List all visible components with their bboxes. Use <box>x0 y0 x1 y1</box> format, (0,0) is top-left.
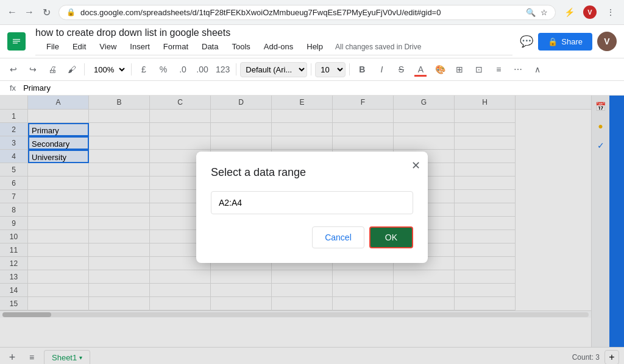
cell-H4[interactable] <box>455 150 516 163</box>
row-number[interactable]: 10 <box>0 230 28 243</box>
comments-button[interactable]: 💬 <box>520 35 533 48</box>
cell-H15[interactable] <box>455 297 516 310</box>
col-header-c[interactable]: C <box>150 96 211 109</box>
cell-B14[interactable] <box>89 284 150 297</box>
cell-F1[interactable] <box>333 110 394 123</box>
font-select[interactable]: Default (Ari... <box>240 62 307 77</box>
cell-A13[interactable] <box>28 270 89 284</box>
cell-H13[interactable] <box>455 270 516 284</box>
row-number[interactable]: 2 <box>0 123 28 136</box>
cell-F2[interactable] <box>333 123 394 136</box>
cell-B8[interactable] <box>89 203 150 217</box>
decimal-increase-button[interactable]: .00 <box>194 61 211 78</box>
currency-button[interactable]: £ <box>135 61 152 78</box>
menu-file[interactable]: File <box>40 40 65 54</box>
row-number[interactable]: 4 <box>0 150 28 163</box>
more-formats-button[interactable]: 123 <box>213 61 232 78</box>
cell-A5[interactable] <box>28 163 89 177</box>
cell-B12[interactable] <box>89 257 150 270</box>
row-number[interactable]: 1 <box>0 110 28 123</box>
bold-button[interactable]: B <box>353 61 370 78</box>
doc-title[interactable]: how to create drop down list in google s… <box>35 27 512 38</box>
col-header-e[interactable]: E <box>272 96 333 109</box>
cell-D1[interactable] <box>211 110 272 123</box>
cell-B13[interactable] <box>89 270 150 284</box>
cell-B6[interactable] <box>89 177 150 190</box>
col-header-f[interactable]: F <box>333 96 394 109</box>
cell-E14[interactable] <box>272 284 333 297</box>
collapse-toolbar-button[interactable]: ∧ <box>529 61 546 78</box>
menu-addons[interactable]: Add-ons <box>258 40 299 54</box>
cell-E2[interactable] <box>272 123 333 136</box>
add-sheet-button[interactable]: + <box>5 350 20 364</box>
dialog-close-button[interactable]: ✕ <box>411 159 420 172</box>
cell-B10[interactable] <box>89 230 150 243</box>
menu-format[interactable]: Format <box>157 40 194 54</box>
cell-H5[interactable] <box>455 163 516 177</box>
calendar-icon[interactable]: 📅 <box>592 98 609 115</box>
horizontal-scrollbar[interactable] <box>0 310 591 318</box>
row-number[interactable]: 9 <box>0 217 28 230</box>
share-button[interactable]: 🔒 Share <box>538 33 592 51</box>
refresh-button[interactable]: ↻ <box>39 5 54 19</box>
extensions-button[interactable]: ⚡ <box>561 4 578 21</box>
cell-D2[interactable] <box>211 123 272 136</box>
cell-H1[interactable] <box>455 110 516 123</box>
cell-C3[interactable] <box>150 136 211 150</box>
cell-H8[interactable] <box>455 203 516 217</box>
menu-tools[interactable]: Tools <box>225 40 256 54</box>
cell-C13[interactable] <box>150 270 211 284</box>
col-header-h[interactable]: H <box>455 96 516 109</box>
cell-D14[interactable] <box>211 284 272 297</box>
cell-B9[interactable] <box>89 217 150 230</box>
check-icon[interactable]: ✓ <box>592 137 609 154</box>
cell-E3[interactable] <box>272 136 333 150</box>
cell-C15[interactable] <box>150 297 211 310</box>
menu-button[interactable]: ⋮ <box>602 4 619 21</box>
cell-A6[interactable] <box>28 177 89 190</box>
cell-H9[interactable] <box>455 217 516 230</box>
row-number[interactable]: 13 <box>0 270 28 284</box>
cell-F15[interactable] <box>333 297 394 310</box>
notification-icon[interactable]: ● <box>592 117 609 135</box>
cell-G2[interactable] <box>394 123 455 136</box>
cell-D13[interactable] <box>211 270 272 284</box>
cell-B3[interactable] <box>89 136 150 150</box>
row-number[interactable]: 8 <box>0 203 28 217</box>
highlight-color-button[interactable]: 🎨 <box>431 61 448 78</box>
cell-B15[interactable] <box>89 297 150 310</box>
row-number[interactable]: 7 <box>0 190 28 203</box>
row-number[interactable]: 6 <box>0 177 28 190</box>
redo-button[interactable]: ↪ <box>24 61 41 78</box>
cancel-button[interactable]: Cancel <box>312 226 364 248</box>
cell-G14[interactable] <box>394 284 455 297</box>
row-number[interactable]: 3 <box>0 136 28 150</box>
cell-A9[interactable] <box>28 217 89 230</box>
align-button[interactable]: ≡ <box>490 61 507 78</box>
cell-F3[interactable] <box>333 136 394 150</box>
cell-H2[interactable] <box>455 123 516 136</box>
cell-H14[interactable] <box>455 284 516 297</box>
merge-button[interactable]: ⊡ <box>470 61 488 78</box>
cell-H11[interactable] <box>455 243 516 257</box>
menu-edit[interactable]: Edit <box>66 40 92 54</box>
formula-input[interactable] <box>21 82 619 94</box>
cell-H6[interactable] <box>455 177 516 190</box>
address-bar[interactable]: 🔒 docs.google.com/spreadsheets/d/1tqF28t… <box>58 5 556 20</box>
cell-H12[interactable] <box>455 257 516 270</box>
cell-C14[interactable] <box>150 284 211 297</box>
user-avatar[interactable]: V <box>597 32 617 51</box>
cell-A12[interactable] <box>28 257 89 270</box>
font-size-select[interactable]: 10 <box>315 62 346 77</box>
cell-A10[interactable] <box>28 230 89 243</box>
cell-B5[interactable] <box>89 163 150 177</box>
col-header-a[interactable]: A <box>28 96 89 109</box>
cell-F13[interactable] <box>333 270 394 284</box>
cell-A3[interactable]: Secondary <box>28 136 89 150</box>
text-color-button[interactable]: A <box>412 61 429 78</box>
row-number[interactable]: 12 <box>0 257 28 270</box>
sheet-tab[interactable]: Sheet1 ▾ <box>44 350 90 364</box>
cell-E15[interactable] <box>272 297 333 310</box>
cell-G15[interactable] <box>394 297 455 310</box>
cell-H3[interactable] <box>455 136 516 150</box>
